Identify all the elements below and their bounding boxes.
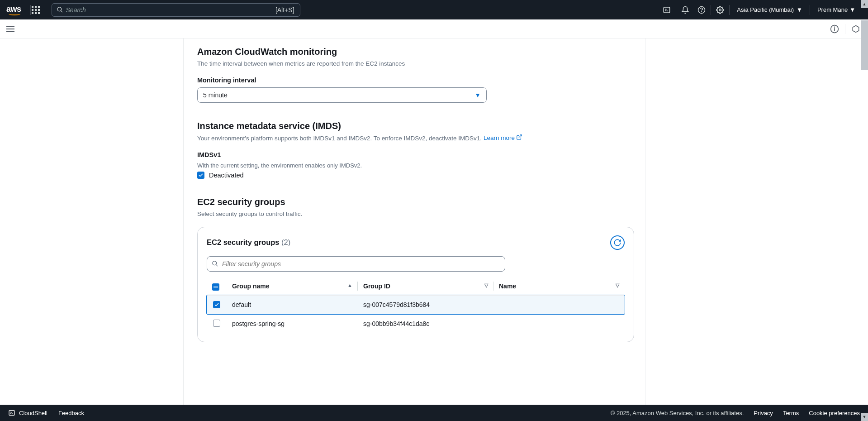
row-checkbox[interactable] — [213, 301, 220, 308]
sg-panel-title: EC2 security groups (2) — [207, 238, 290, 247]
sg-col-group-id[interactable]: Group ID ▽ — [358, 277, 493, 296]
secondary-bar — [0, 19, 868, 38]
svg-line-1 — [61, 10, 62, 12]
cell-name — [493, 314, 625, 334]
sg-select-all[interactable] — [207, 277, 227, 296]
svg-line-13 — [216, 265, 218, 267]
table-row[interactable]: postgres-spring-sg sg-00bb9b34f44c1da8c — [207, 314, 625, 334]
imds-desc-text: Your environment's platform supports bot… — [197, 134, 484, 141]
search-input[interactable] — [66, 6, 295, 14]
sg-desc: Select security groups to control traffi… — [197, 210, 634, 219]
nav-divider — [810, 5, 810, 15]
caret-down-icon: ▼ — [849, 6, 855, 13]
col-label: Group name — [232, 282, 269, 290]
table-row[interactable]: default sg-007c4579d81f3b684 — [207, 295, 625, 314]
external-link-icon — [516, 134, 522, 143]
aws-logo-text: aws — [6, 5, 21, 14]
info-icon[interactable] — [828, 22, 841, 36]
nav-divider — [711, 5, 711, 15]
settings-icon[interactable] — [712, 3, 728, 17]
sg-count: (2) — [281, 238, 290, 246]
hamburger-icon[interactable] — [5, 24, 15, 34]
imdsv1-checkbox-row: Deactivated — [197, 172, 634, 179]
sg-filter[interactable] — [207, 256, 505, 272]
sort-asc-icon: ▲ — [347, 282, 352, 288]
imdsv1-label: IMDSv1 — [197, 151, 634, 158]
svg-point-0 — [57, 7, 61, 11]
search-box[interactable]: [Alt+S] — [52, 3, 300, 17]
region-label: Asia Pacific (Mumbai) — [737, 6, 794, 13]
search-icon — [212, 260, 218, 267]
cloudwatch-section: Amazon CloudWatch monitoring The time in… — [197, 47, 634, 103]
sort-icon: ▽ — [616, 282, 619, 288]
row-checkbox[interactable] — [213, 320, 220, 327]
col-label: Name — [499, 282, 516, 290]
help-icon[interactable] — [693, 3, 710, 17]
imds-desc: Your environment's platform supports bot… — [197, 134, 634, 143]
monitoring-interval-label: Monitoring interval — [197, 77, 634, 84]
refresh-button[interactable] — [610, 235, 625, 250]
search-shortcut: [Alt+S] — [275, 6, 294, 14]
sg-col-group-name[interactable]: Group name ▲ — [227, 277, 358, 296]
svg-point-9 — [835, 27, 835, 27]
top-nav: aws [Alt+S] Asia Pacific (Mumbai) ▼ — [0, 0, 868, 19]
sg-title: EC2 security groups — [197, 197, 634, 207]
monitoring-interval-value: 5 minute — [203, 91, 228, 99]
check-icon — [198, 172, 204, 178]
scroll-thumb[interactable] — [861, 20, 868, 70]
cloudshell-icon[interactable] — [659, 3, 675, 17]
learn-more-text: Learn more — [484, 134, 515, 141]
svg-point-6 — [719, 9, 721, 11]
search-icon — [57, 6, 63, 13]
col-label: Group ID — [363, 282, 390, 290]
nav-divider — [729, 5, 730, 15]
learn-more-link[interactable]: Learn more — [484, 134, 522, 141]
sg-section: EC2 security groups Select security grou… — [197, 197, 634, 342]
aws-logo[interactable]: aws — [6, 5, 29, 15]
sg-col-name[interactable]: Name ▽ — [493, 277, 625, 296]
monitoring-interval-select[interactable]: 5 minute ▼ — [197, 87, 487, 103]
secondbar-right — [828, 22, 863, 36]
imds-section: Instance metadata service (IMDS) Your en… — [197, 121, 634, 179]
svg-point-12 — [213, 261, 217, 265]
sg-table: Group name ▲ Group ID ▽ Name ▽ — [207, 277, 625, 334]
sg-panel-title-text: EC2 security groups — [207, 238, 279, 246]
secondbar-divider — [845, 24, 845, 34]
cell-group-id: sg-007c4579d81f3b684 — [358, 295, 493, 314]
imdsv1-hint: With the current setting, the environmen… — [197, 162, 634, 169]
sort-icon: ▽ — [484, 282, 488, 288]
topnav-right: Asia Pacific (Mumbai) ▼ Prem Mane ▼ — [659, 3, 862, 17]
sg-panel-head: EC2 security groups (2) — [207, 235, 625, 250]
checkbox-indeterminate-icon — [212, 283, 219, 291]
caret-down-icon: ▼ — [474, 91, 481, 99]
svg-line-11 — [519, 135, 522, 138]
nav-divider — [676, 5, 676, 15]
cloudwatch-desc: The time interval between when metrics a… — [197, 60, 634, 68]
content-wrap: Amazon CloudWatch monitoring The time in… — [183, 38, 645, 405]
refresh-icon — [613, 239, 621, 247]
user-menu[interactable]: Prem Mane ▼ — [811, 6, 862, 13]
cell-group-id: sg-00bb9b34f44c1da8c — [358, 314, 493, 334]
cell-group-name: postgres-spring-sg — [227, 314, 358, 334]
user-label: Prem Mane — [817, 6, 848, 13]
svg-point-5 — [702, 11, 702, 12]
search-wrap: [Alt+S] — [52, 3, 300, 17]
cell-group-name: default — [227, 295, 358, 314]
notifications-icon[interactable] — [677, 3, 693, 17]
imds-title: Instance metadata service (IMDS) — [197, 121, 634, 131]
imdsv1-checkbox[interactable] — [197, 172, 204, 179]
sg-filter-input[interactable] — [222, 260, 500, 268]
svg-marker-10 — [853, 25, 859, 32]
region-selector[interactable]: Asia Pacific (Mumbai) ▼ — [730, 6, 809, 13]
scroll-up-icon[interactable]: ▲ — [861, 0, 868, 8]
nav-divider — [30, 5, 31, 15]
cell-name — [493, 295, 625, 314]
sg-panel: EC2 security groups (2) — [197, 227, 634, 342]
cloudwatch-title: Amazon CloudWatch monitoring — [197, 47, 634, 57]
services-grid-icon[interactable] — [32, 6, 40, 14]
caret-down-icon: ▼ — [797, 6, 802, 13]
imdsv1-checkbox-label: Deactivated — [209, 172, 244, 179]
check-icon — [214, 302, 219, 307]
